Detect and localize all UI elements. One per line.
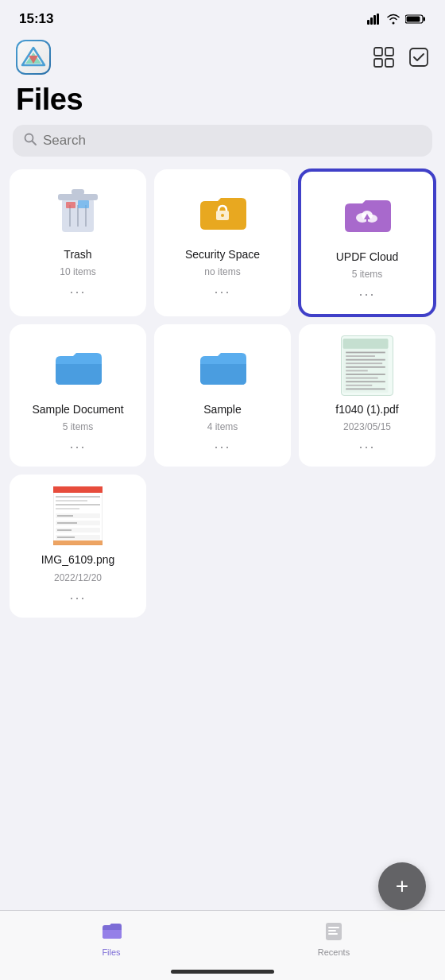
svg-rect-48 [56, 496, 100, 498]
svg-rect-60 [53, 540, 103, 545]
file-name-trash: Trash [64, 247, 91, 261]
file-name-sample: Sample [203, 402, 241, 416]
svg-rect-37 [346, 359, 385, 361]
svg-rect-19 [58, 194, 98, 200]
search-icon [24, 133, 37, 149]
files-tab-label: Files [102, 947, 120, 957]
file-menu-f1040[interactable]: ··· [354, 437, 380, 457]
svg-rect-36 [346, 355, 375, 357]
svg-rect-24 [66, 202, 75, 208]
file-meta-trash: 10 items [60, 266, 95, 277]
file-meta-f1040: 2023/05/15 [343, 421, 391, 432]
add-file-button[interactable]: + [378, 862, 426, 910]
svg-rect-63 [328, 930, 336, 932]
file-card-trash[interactable]: Trash 10 items ··· [10, 169, 146, 316]
pdf-thumbnail [339, 337, 396, 394]
svg-rect-13 [374, 59, 382, 67]
search-input[interactable] [43, 133, 421, 149]
svg-rect-43 [346, 381, 385, 382]
file-card-img6109[interactable]: IMG_6109.png 2022/12/20 ··· [10, 475, 146, 617]
svg-rect-14 [385, 59, 393, 67]
select-button[interactable] [408, 47, 429, 68]
svg-rect-41 [346, 374, 385, 375]
header-actions [373, 47, 429, 68]
svg-rect-45 [346, 389, 385, 390]
file-menu-trash[interactable]: ··· [64, 282, 91, 302]
tab-files[interactable]: Files [0, 919, 222, 957]
png-thumbnail [49, 487, 106, 544]
svg-rect-6 [407, 17, 420, 22]
svg-rect-59 [57, 536, 75, 538]
svg-rect-5 [424, 17, 426, 21]
svg-rect-3 [377, 14, 379, 25]
files-tab-icon [100, 919, 122, 944]
cloud-thumbnail [339, 184, 396, 242]
recents-tab-icon [323, 919, 345, 944]
folder-sample-thumbnail [194, 337, 251, 394]
svg-rect-55 [57, 522, 77, 524]
svg-rect-38 [346, 363, 382, 365]
security-thumbnail [194, 182, 251, 239]
svg-point-27 [221, 214, 224, 217]
file-menu-sample[interactable]: ··· [209, 437, 235, 457]
trash-thumbnail [49, 182, 106, 239]
search-bar[interactable] [13, 125, 432, 157]
svg-rect-2 [373, 15, 376, 25]
grid-icon [373, 47, 394, 68]
tab-recents[interactable]: Recents [222, 919, 445, 957]
svg-rect-11 [374, 48, 382, 56]
file-name-sample-doc: Sample Document [32, 402, 123, 416]
svg-rect-62 [328, 927, 339, 928]
svg-rect-40 [346, 370, 368, 372]
svg-rect-35 [346, 352, 385, 354]
file-meta-img6109: 2022/12/20 [54, 572, 102, 583]
file-name-img6109: IMG_6109.png [41, 552, 115, 567]
svg-rect-47 [53, 486, 103, 493]
svg-rect-53 [57, 515, 73, 517]
grid-view-button[interactable] [373, 47, 394, 68]
svg-rect-34 [343, 339, 389, 349]
svg-rect-0 [367, 20, 370, 25]
app-logo[interactable] [16, 40, 51, 75]
svg-rect-12 [385, 48, 393, 56]
file-menu-sample-doc[interactable]: ··· [64, 437, 91, 457]
svg-rect-57 [57, 529, 72, 531]
header [0, 33, 445, 79]
wifi-icon [386, 14, 400, 25]
file-name-updf-cloud: UPDF Cloud [336, 250, 399, 264]
svg-rect-20 [72, 189, 84, 195]
file-card-updf-cloud[interactable]: UPDF Cloud 5 items ··· [299, 169, 435, 316]
file-name-f1040: f1040 (1).pdf [335, 402, 398, 416]
svg-rect-25 [78, 200, 89, 208]
file-card-sample-document[interactable]: Sample Document 5 items ··· [10, 324, 146, 467]
svg-rect-51 [56, 508, 79, 509]
file-card-sample[interactable]: Sample 4 items ··· [154, 324, 291, 467]
check-square-icon [408, 47, 429, 68]
file-meta-sample-doc: 5 items [63, 421, 94, 432]
add-icon: + [396, 875, 408, 897]
svg-rect-50 [56, 504, 100, 505]
recents-tab-label: Recents [318, 947, 350, 957]
svg-rect-1 [370, 17, 373, 25]
svg-rect-44 [346, 385, 372, 386]
svg-line-17 [33, 141, 37, 145]
files-grid: Trash 10 items ··· Security Space no ite… [0, 169, 445, 618]
file-menu-security[interactable]: ··· [209, 282, 235, 302]
home-indicator [171, 970, 274, 974]
file-menu-img6109[interactable]: ··· [64, 588, 91, 608]
file-card-f1040[interactable]: f1040 (1).pdf 2023/05/15 ··· [299, 324, 435, 467]
logo-graphic [17, 41, 49, 73]
svg-rect-42 [346, 378, 377, 379]
file-meta-security: no items [204, 266, 240, 277]
svg-rect-49 [56, 500, 87, 502]
svg-rect-64 [328, 933, 338, 935]
signal-icon [367, 14, 381, 25]
file-menu-updf-cloud[interactable]: ··· [354, 285, 380, 304]
file-meta-sample: 4 items [207, 421, 238, 432]
page-title: Files [16, 83, 429, 117]
file-card-security-space[interactable]: Security Space no items ··· [154, 169, 291, 316]
file-meta-updf-cloud: 5 items [352, 269, 383, 280]
status-icons [367, 14, 426, 25]
file-name-security: Security Space [185, 247, 260, 261]
search-container [0, 125, 445, 169]
